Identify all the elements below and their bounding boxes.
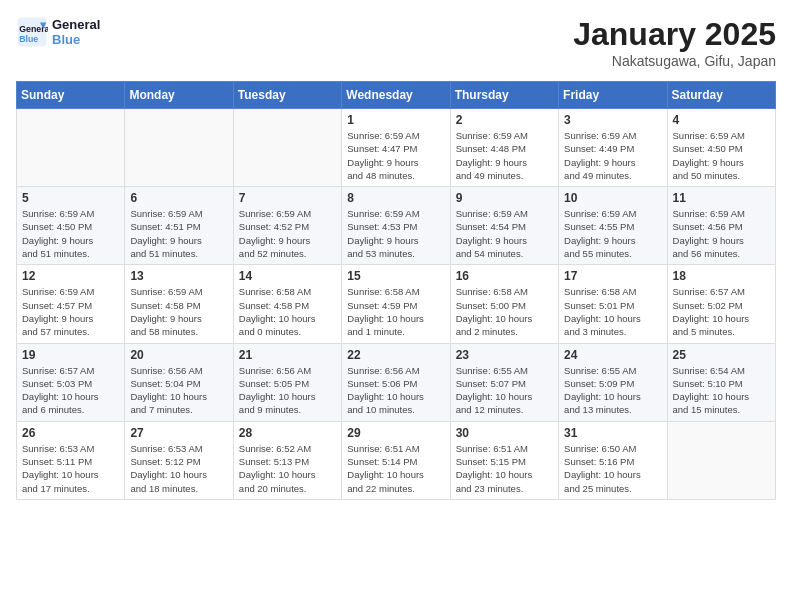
calendar-day: 4Sunrise: 6:59 AM Sunset: 4:50 PM Daylig… (667, 109, 775, 187)
day-info: Sunrise: 6:59 AM Sunset: 4:50 PM Dayligh… (22, 207, 119, 260)
day-info: Sunrise: 6:59 AM Sunset: 4:58 PM Dayligh… (130, 285, 227, 338)
calendar-day: 6Sunrise: 6:59 AM Sunset: 4:51 PM Daylig… (125, 187, 233, 265)
calendar-day: 21Sunrise: 6:56 AM Sunset: 5:05 PM Dayli… (233, 343, 341, 421)
day-number: 28 (239, 426, 336, 440)
calendar-week-1: 1Sunrise: 6:59 AM Sunset: 4:47 PM Daylig… (17, 109, 776, 187)
day-info: Sunrise: 6:53 AM Sunset: 5:12 PM Dayligh… (130, 442, 227, 495)
day-number: 24 (564, 348, 661, 362)
calendar-table: SundayMondayTuesdayWednesdayThursdayFrid… (16, 81, 776, 500)
day-number: 29 (347, 426, 444, 440)
calendar-day: 15Sunrise: 6:58 AM Sunset: 4:59 PM Dayli… (342, 265, 450, 343)
weekday-header-sunday: Sunday (17, 82, 125, 109)
logo: General Blue General Blue (16, 16, 100, 48)
day-info: Sunrise: 6:51 AM Sunset: 5:14 PM Dayligh… (347, 442, 444, 495)
day-info: Sunrise: 6:59 AM Sunset: 4:47 PM Dayligh… (347, 129, 444, 182)
day-number: 7 (239, 191, 336, 205)
calendar-week-4: 19Sunrise: 6:57 AM Sunset: 5:03 PM Dayli… (17, 343, 776, 421)
day-info: Sunrise: 6:50 AM Sunset: 5:16 PM Dayligh… (564, 442, 661, 495)
day-number: 8 (347, 191, 444, 205)
calendar-day (233, 109, 341, 187)
month-title: January 2025 (573, 16, 776, 53)
calendar-day: 25Sunrise: 6:54 AM Sunset: 5:10 PM Dayli… (667, 343, 775, 421)
calendar-day: 29Sunrise: 6:51 AM Sunset: 5:14 PM Dayli… (342, 421, 450, 499)
calendar-day: 12Sunrise: 6:59 AM Sunset: 4:57 PM Dayli… (17, 265, 125, 343)
calendar-day: 19Sunrise: 6:57 AM Sunset: 5:03 PM Dayli… (17, 343, 125, 421)
day-info: Sunrise: 6:59 AM Sunset: 4:51 PM Dayligh… (130, 207, 227, 260)
weekday-header-tuesday: Tuesday (233, 82, 341, 109)
calendar-day: 5Sunrise: 6:59 AM Sunset: 4:50 PM Daylig… (17, 187, 125, 265)
day-number: 14 (239, 269, 336, 283)
calendar-day (667, 421, 775, 499)
day-info: Sunrise: 6:59 AM Sunset: 4:48 PM Dayligh… (456, 129, 553, 182)
day-info: Sunrise: 6:59 AM Sunset: 4:54 PM Dayligh… (456, 207, 553, 260)
calendar-day: 31Sunrise: 6:50 AM Sunset: 5:16 PM Dayli… (559, 421, 667, 499)
day-number: 25 (673, 348, 770, 362)
weekday-header-wednesday: Wednesday (342, 82, 450, 109)
day-info: Sunrise: 6:59 AM Sunset: 4:53 PM Dayligh… (347, 207, 444, 260)
day-number: 6 (130, 191, 227, 205)
day-number: 3 (564, 113, 661, 127)
title-block: January 2025 Nakatsugawa, Gifu, Japan (573, 16, 776, 69)
calendar-day: 3Sunrise: 6:59 AM Sunset: 4:49 PM Daylig… (559, 109, 667, 187)
calendar-day (17, 109, 125, 187)
logo-icon: General Blue (16, 16, 48, 48)
day-info: Sunrise: 6:56 AM Sunset: 5:04 PM Dayligh… (130, 364, 227, 417)
day-number: 26 (22, 426, 119, 440)
day-info: Sunrise: 6:59 AM Sunset: 4:56 PM Dayligh… (673, 207, 770, 260)
calendar-day: 1Sunrise: 6:59 AM Sunset: 4:47 PM Daylig… (342, 109, 450, 187)
day-number: 22 (347, 348, 444, 362)
calendar-day (125, 109, 233, 187)
day-info: Sunrise: 6:59 AM Sunset: 4:52 PM Dayligh… (239, 207, 336, 260)
day-info: Sunrise: 6:56 AM Sunset: 5:06 PM Dayligh… (347, 364, 444, 417)
day-info: Sunrise: 6:58 AM Sunset: 4:58 PM Dayligh… (239, 285, 336, 338)
day-number: 30 (456, 426, 553, 440)
calendar-day: 9Sunrise: 6:59 AM Sunset: 4:54 PM Daylig… (450, 187, 558, 265)
calendar-day: 18Sunrise: 6:57 AM Sunset: 5:02 PM Dayli… (667, 265, 775, 343)
day-info: Sunrise: 6:55 AM Sunset: 5:09 PM Dayligh… (564, 364, 661, 417)
calendar-week-5: 26Sunrise: 6:53 AM Sunset: 5:11 PM Dayli… (17, 421, 776, 499)
day-info: Sunrise: 6:54 AM Sunset: 5:10 PM Dayligh… (673, 364, 770, 417)
calendar-day: 28Sunrise: 6:52 AM Sunset: 5:13 PM Dayli… (233, 421, 341, 499)
logo-text-general: General (52, 17, 100, 32)
day-number: 31 (564, 426, 661, 440)
day-number: 15 (347, 269, 444, 283)
calendar-day: 8Sunrise: 6:59 AM Sunset: 4:53 PM Daylig… (342, 187, 450, 265)
calendar-day: 17Sunrise: 6:58 AM Sunset: 5:01 PM Dayli… (559, 265, 667, 343)
weekday-header-saturday: Saturday (667, 82, 775, 109)
day-info: Sunrise: 6:57 AM Sunset: 5:02 PM Dayligh… (673, 285, 770, 338)
day-info: Sunrise: 6:56 AM Sunset: 5:05 PM Dayligh… (239, 364, 336, 417)
day-number: 12 (22, 269, 119, 283)
calendar-day: 24Sunrise: 6:55 AM Sunset: 5:09 PM Dayli… (559, 343, 667, 421)
calendar-day: 16Sunrise: 6:58 AM Sunset: 5:00 PM Dayli… (450, 265, 558, 343)
day-info: Sunrise: 6:58 AM Sunset: 5:00 PM Dayligh… (456, 285, 553, 338)
day-info: Sunrise: 6:59 AM Sunset: 4:49 PM Dayligh… (564, 129, 661, 182)
day-info: Sunrise: 6:51 AM Sunset: 5:15 PM Dayligh… (456, 442, 553, 495)
day-number: 13 (130, 269, 227, 283)
calendar-day: 10Sunrise: 6:59 AM Sunset: 4:55 PM Dayli… (559, 187, 667, 265)
day-number: 1 (347, 113, 444, 127)
day-number: 18 (673, 269, 770, 283)
day-info: Sunrise: 6:58 AM Sunset: 5:01 PM Dayligh… (564, 285, 661, 338)
day-number: 17 (564, 269, 661, 283)
location: Nakatsugawa, Gifu, Japan (573, 53, 776, 69)
calendar-week-2: 5Sunrise: 6:59 AM Sunset: 4:50 PM Daylig… (17, 187, 776, 265)
calendar-day: 14Sunrise: 6:58 AM Sunset: 4:58 PM Dayli… (233, 265, 341, 343)
calendar-day: 13Sunrise: 6:59 AM Sunset: 4:58 PM Dayli… (125, 265, 233, 343)
day-number: 19 (22, 348, 119, 362)
calendar-week-3: 12Sunrise: 6:59 AM Sunset: 4:57 PM Dayli… (17, 265, 776, 343)
calendar-day: 27Sunrise: 6:53 AM Sunset: 5:12 PM Dayli… (125, 421, 233, 499)
day-info: Sunrise: 6:58 AM Sunset: 4:59 PM Dayligh… (347, 285, 444, 338)
calendar-day: 22Sunrise: 6:56 AM Sunset: 5:06 PM Dayli… (342, 343, 450, 421)
day-number: 16 (456, 269, 553, 283)
calendar-day: 7Sunrise: 6:59 AM Sunset: 4:52 PM Daylig… (233, 187, 341, 265)
calendar-day: 20Sunrise: 6:56 AM Sunset: 5:04 PM Dayli… (125, 343, 233, 421)
weekday-header-friday: Friday (559, 82, 667, 109)
weekday-header-monday: Monday (125, 82, 233, 109)
day-number: 21 (239, 348, 336, 362)
day-info: Sunrise: 6:53 AM Sunset: 5:11 PM Dayligh… (22, 442, 119, 495)
day-info: Sunrise: 6:57 AM Sunset: 5:03 PM Dayligh… (22, 364, 119, 417)
calendar-day: 23Sunrise: 6:55 AM Sunset: 5:07 PM Dayli… (450, 343, 558, 421)
calendar-day: 26Sunrise: 6:53 AM Sunset: 5:11 PM Dayli… (17, 421, 125, 499)
weekday-header-thursday: Thursday (450, 82, 558, 109)
day-info: Sunrise: 6:59 AM Sunset: 4:55 PM Dayligh… (564, 207, 661, 260)
